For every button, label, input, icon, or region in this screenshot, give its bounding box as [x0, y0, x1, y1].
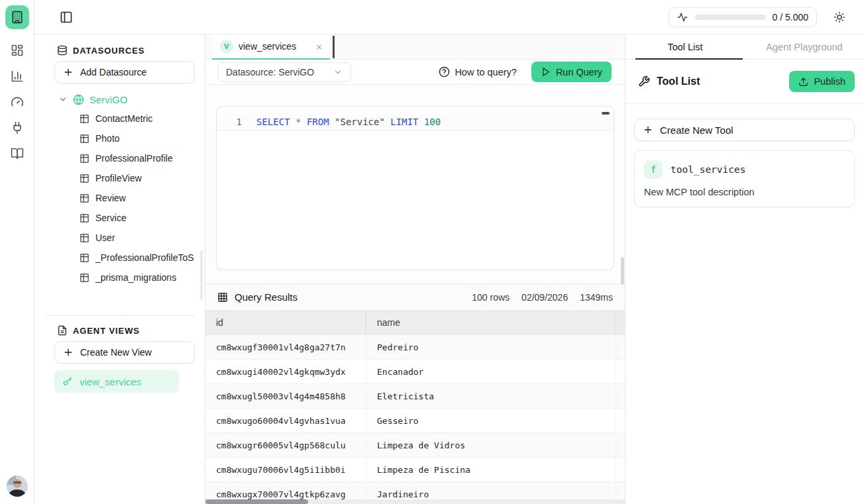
tools-panel: Tool List Agent Playground Tool List Pub… [625, 34, 864, 504]
table-item[interactable]: ProfessionalProfile [80, 148, 194, 168]
results-rows: cm8wxugf30001vl4g8ga27t7n Pedreiro P cm8… [205, 335, 625, 504]
tab-tool-list[interactable]: Tool List [625, 34, 745, 59]
table-item-label: Review [95, 193, 126, 203]
tool-card[interactable]: f tool_services New MCP tool description [634, 150, 855, 207]
cell-id: cm8wxugr60005vl4gp568culu [205, 433, 366, 457]
tab-agent-playground[interactable]: Agent Playground [745, 34, 864, 59]
tool-card-head: f tool_services [644, 160, 845, 179]
tool-description: New MCP tool description [644, 187, 845, 197]
table-icon [80, 253, 89, 263]
chevron-down-icon[interactable] [58, 95, 68, 104]
code-line[interactable]: 1 SELECT * FROM "Service" LIMIT 100 [217, 113, 614, 130]
rail-nav [11, 44, 24, 160]
sun-icon[interactable] [834, 11, 845, 23]
sql-editor-region: 1 SELECT * FROM "Service" LIMIT 100 [205, 85, 625, 283]
cell-clipped: g [616, 409, 625, 432]
book-icon[interactable] [11, 147, 24, 160]
document-icon [57, 325, 68, 336]
table-row[interactable]: cm8wxugl50003vl4g4m4858h8 Eletricista e [205, 384, 625, 409]
top-bar: 0 / 5.000 [34, 0, 864, 34]
wrench-icon [638, 76, 650, 87]
table-item[interactable]: User [80, 228, 194, 248]
table-row[interactable]: cm8wxugr60005vl4gp568culu Limpeza de Vid… [205, 433, 625, 458]
query-duration: 1349ms [580, 292, 613, 303]
building-icon [11, 11, 24, 24]
plug-icon[interactable] [11, 121, 24, 134]
table-item[interactable]: _ProfessionalProfileToS [80, 248, 194, 268]
table-item-label: _ProfessionalProfileToS [95, 252, 194, 263]
table-item-label: ContactMetric [95, 113, 152, 124]
bar-chart-icon[interactable] [11, 70, 24, 83]
tools-list: f tool_services New MCP tool description [634, 150, 855, 207]
user-avatar[interactable] [7, 476, 28, 497]
upload-icon [798, 77, 808, 87]
sidebar-scrollbar[interactable] [200, 250, 203, 301]
row-count: 100 rows [472, 292, 510, 303]
datasource-select[interactable]: Datasource: ServiGO [217, 62, 351, 82]
table-row[interactable]: cm8wxugf30001vl4g8ga27t7n Pedreiro P [205, 335, 625, 360]
editor-scrollbar[interactable] [602, 112, 610, 115]
column-header-clipped[interactable]: s [616, 310, 625, 335]
globe-icon [73, 94, 84, 105]
tool-name: tool_services [671, 164, 746, 175]
run-query-button[interactable]: Run Query [531, 62, 612, 82]
cell-id: cm8wxugu70006vl4g5i1ibb0i [205, 458, 366, 481]
column-header-name[interactable]: name [366, 310, 616, 335]
cell-clipped: e [616, 360, 625, 383]
sql-token [290, 117, 296, 127]
add-datasource-button[interactable]: Add Datasource [54, 61, 195, 83]
sql-token [329, 117, 335, 127]
sidebar-divider [46, 315, 194, 316]
tables-list: ContactMetric Photo ProfessionalProfile … [46, 109, 194, 287]
cell-name: Pedreiro [366, 335, 616, 359]
left-icon-rail [0, 0, 34, 504]
table-item[interactable]: Review [80, 188, 194, 208]
plus-icon [63, 347, 74, 358]
column-header-id[interactable]: id [205, 310, 366, 335]
cell-name: Encanador [366, 360, 616, 383]
table-item[interactable]: Photo [80, 128, 194, 148]
sql-token: FROM [307, 117, 329, 127]
table-row[interactable]: cm8wxugo60004vl4gvhas1vua Gesseiro g [205, 409, 625, 433]
dashboard-icon[interactable] [11, 44, 24, 57]
table-icon [80, 174, 89, 183]
table-row[interactable]: cm8wxugu70006vl4g5i1ibb0i Limpeza de Pis… [205, 458, 625, 482]
panel-left-toggle-icon[interactable] [60, 11, 73, 24]
main-vertical-scrollbar[interactable] [621, 257, 624, 285]
sql-editor[interactable]: 1 SELECT * FROM "Service" LIMIT 100 [216, 106, 614, 270]
datasource-node[interactable]: ServiGO [58, 90, 194, 109]
cell-clipped: P [616, 335, 625, 359]
create-new-tool-button[interactable]: Create New Tool [634, 119, 855, 141]
cell-id: cm8wxugf30001vl4g8ga27t7n [205, 335, 366, 359]
horizontal-scrollbar-track[interactable] [205, 499, 625, 504]
gauge-icon[interactable] [11, 95, 24, 109]
tab-strip-divider[interactable] [333, 36, 335, 58]
agent-view-item[interactable]: view_services [54, 370, 179, 393]
sql-token: "Service" [335, 117, 385, 127]
query-results-header: Query Results 100 rows 02/09/2026 1349ms [205, 284, 625, 310]
how-to-query-link[interactable]: How to query? [439, 66, 517, 77]
cell-name: Limpeza de Piscina [366, 458, 616, 481]
query-results-panel: Query Results 100 rows 02/09/2026 1349ms… [205, 283, 625, 504]
agent-view-label: view_services [80, 376, 141, 387]
datasource-select-value: Datasource: ServiGO [226, 67, 314, 77]
table-item[interactable]: ProfileView [80, 168, 194, 188]
usage-meter[interactable]: 0 / 5.000 [669, 7, 818, 27]
table-item[interactable]: _prisma_migrations [80, 268, 194, 287]
close-icon[interactable]: × [316, 41, 322, 52]
table-icon [80, 233, 89, 243]
app-logo[interactable] [5, 5, 29, 29]
publish-button[interactable]: Publish [789, 71, 855, 92]
table-item[interactable]: ContactMetric [80, 109, 194, 128]
create-new-view-button[interactable]: Create New View [54, 341, 195, 364]
horizontal-scrollbar-thumb[interactable] [205, 499, 308, 504]
cell-name: Eletricista [366, 384, 616, 408]
table-row[interactable]: cm8wxugi40002vl4gkqmw3ydx Encanador e [205, 360, 625, 384]
tab-view-services[interactable]: V view_services × [212, 34, 330, 60]
cell-clipped: l [616, 433, 625, 457]
sql-token: 100 [424, 117, 441, 127]
datasources-section-header: DATASOURCES [57, 44, 194, 57]
line-number: 1 [217, 117, 256, 127]
table-item-label: User [95, 232, 115, 243]
table-item[interactable]: Service [80, 208, 194, 228]
